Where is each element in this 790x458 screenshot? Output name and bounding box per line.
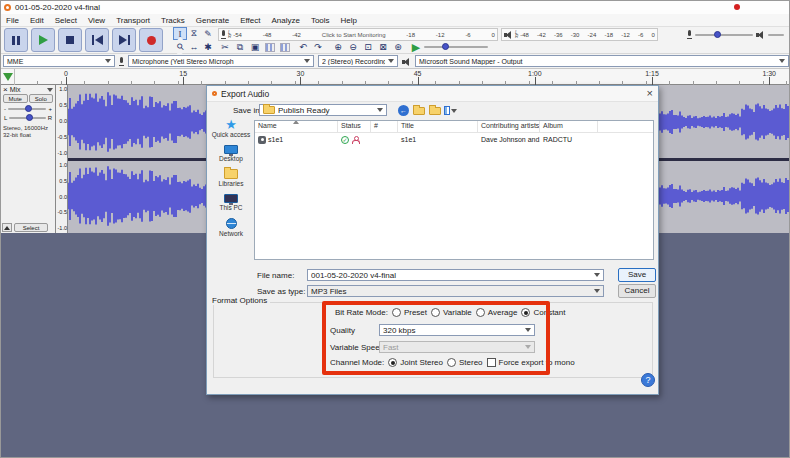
chevron-down-icon — [594, 273, 600, 277]
play-at-speed-button[interactable]: ▶ — [409, 41, 423, 53]
recording-volume-thumb[interactable] — [714, 31, 721, 38]
collapse-track-button[interactable] — [2, 223, 12, 232]
save-in-select[interactable]: Publish Ready — [259, 104, 387, 116]
recording-channels-select[interactable]: 2 (Stereo) Recording Chai — [318, 55, 398, 67]
menu-item-analyze[interactable]: Analyze — [271, 16, 299, 25]
constant-radio[interactable]: Constant — [521, 308, 565, 317]
back-button[interactable]: ← — [397, 104, 410, 117]
quality-select[interactable]: 320 kbps — [379, 324, 535, 336]
track-name[interactable]: Mix — [10, 86, 45, 93]
menu-item-select[interactable]: Select — [55, 16, 77, 25]
column-header-number[interactable]: # — [371, 121, 398, 132]
silence-audio-button[interactable] — [278, 41, 292, 53]
playback-volume-slider[interactable] — [768, 34, 784, 36]
timeline-label: 1:15 — [645, 70, 659, 77]
trim-audio-button[interactable] — [263, 41, 277, 53]
variable-radio[interactable]: Variable — [431, 308, 472, 317]
timeline-ruler[interactable]: 01530451:001:151:30 — [15, 69, 790, 85]
column-header-name[interactable]: Name — [255, 121, 338, 132]
column-header-artists[interactable]: Contributing artists — [478, 121, 540, 132]
cut-button[interactable]: ✂ — [218, 41, 232, 53]
menu-item-tracks[interactable]: Tracks — [161, 16, 185, 25]
menu-item-file[interactable]: File — [6, 16, 19, 25]
help-button[interactable]: ? — [641, 373, 655, 387]
skip-end-icon — [119, 35, 127, 45]
dialog-close-button[interactable]: × — [647, 87, 653, 99]
playback-meter[interactable]: LR -48 -42 -36 -30 -24 -18 -12 -6 0 — [501, 28, 658, 41]
audio-host-select[interactable]: MME — [3, 55, 115, 67]
sidebar-item-network[interactable]: Network — [219, 218, 243, 237]
record-button[interactable] — [139, 28, 163, 52]
fit-project-button[interactable]: ⊠ — [376, 41, 390, 53]
pan-slider-thumb[interactable] — [26, 114, 33, 121]
zoom-toggle-button[interactable]: ⊛ — [391, 41, 405, 53]
paste-button[interactable]: ▣ — [248, 41, 262, 53]
envelope-tool-button[interactable]: ⧖ — [187, 27, 201, 40]
redo-button[interactable]: ↷ — [311, 41, 325, 53]
pan-slider[interactable] — [9, 117, 45, 119]
up-one-level-button[interactable] — [412, 104, 425, 117]
force-mono-checkbox[interactable]: Force export to mono — [487, 358, 575, 367]
speed-slider-thumb[interactable] — [442, 43, 449, 50]
joint-stereo-radio[interactable]: Joint Stereo — [388, 358, 443, 367]
track-close-button[interactable]: × — [3, 87, 8, 93]
column-header-title[interactable]: Title — [398, 121, 478, 132]
zoom-in-button[interactable]: ⊕ — [331, 41, 345, 53]
timeline-pin-box[interactable] — [1, 69, 15, 85]
recording-meter[interactable]: LR -54 -48 -42 Click to Start Monitoring… — [218, 28, 498, 41]
column-header-status[interactable]: Status — [338, 121, 371, 132]
timeline-major-tick — [535, 77, 536, 85]
view-menu-button[interactable] — [444, 104, 457, 117]
stereo-radio[interactable]: Stereo — [447, 358, 483, 367]
menu-item-transport[interactable]: Transport — [116, 16, 150, 25]
multi-tool-button[interactable]: ✱ — [201, 40, 215, 53]
cancel-button[interactable]: Cancel — [618, 284, 656, 298]
rec-meter-tick: -12 — [436, 32, 445, 38]
gain-slider[interactable] — [8, 108, 46, 110]
stop-button[interactable] — [58, 28, 82, 52]
column-header-album[interactable]: Album — [540, 121, 598, 132]
menu-item-view[interactable]: View — [88, 16, 105, 25]
select-track-button[interactable]: Select — [14, 223, 48, 232]
draw-tool-button[interactable]: ✎ — [201, 27, 215, 40]
file-name-label: File name: — [257, 271, 294, 280]
average-radio[interactable]: Average — [476, 308, 518, 317]
menu-item-edit[interactable]: Edit — [30, 16, 44, 25]
file-list-header: Name Status # Title Contributing artists… — [255, 121, 653, 133]
places-sidebar: ★Quick access Desktop Libraries This PC … — [209, 120, 253, 280]
new-folder-button[interactable] — [428, 104, 441, 117]
play-button[interactable] — [31, 28, 55, 52]
recording-volume-slider[interactable] — [695, 34, 753, 36]
save-button[interactable]: Save — [618, 268, 656, 282]
sidebar-item-desktop[interactable]: Desktop — [219, 145, 243, 162]
pause-button[interactable] — [4, 28, 28, 52]
save-as-type-select[interactable]: MP3 Files — [307, 285, 604, 297]
chevron-down-icon — [388, 59, 394, 63]
playback-speed-slider[interactable] — [424, 46, 488, 48]
menu-item-generate[interactable]: Generate — [196, 16, 229, 25]
copy-button[interactable]: ⧉ — [233, 41, 247, 53]
monitoring-text[interactable]: Click to Start Monitoring — [322, 32, 386, 38]
sidebar-item-quick-access[interactable]: ★Quick access — [212, 120, 251, 138]
sidebar-item-libraries[interactable]: Libraries — [219, 169, 244, 187]
file-name-input[interactable]: 001-05-20-2020 v4-final — [307, 269, 604, 281]
menu-item-effect[interactable]: Effect — [240, 16, 260, 25]
recording-device-select[interactable]: Microphone (Yeti Stereo Microph — [128, 55, 314, 67]
playback-volume-icon — [756, 30, 765, 39]
menu-item-tools[interactable]: Tools — [311, 16, 330, 25]
playback-device-select[interactable]: Microsoft Sound Mapper - Output — [415, 55, 789, 67]
sidebar-item-this-pc[interactable]: This PC — [219, 194, 242, 211]
vertical-scale-ruler[interactable]: 1.0 0.5 0.0 -0.5 -1.0 1.0 0.5 0.0 -0.5 -… — [56, 85, 68, 233]
skip-to-end-button[interactable] — [112, 28, 136, 52]
skip-to-start-button[interactable] — [85, 28, 109, 52]
solo-button[interactable]: Solo — [29, 94, 54, 103]
file-row[interactable]: s1e1 ✓ s1e1 Dave Johnson and... RADCTU — [255, 133, 653, 146]
undo-button[interactable]: ↶ — [296, 41, 310, 53]
track-menu-icon[interactable] — [47, 88, 53, 92]
fit-selection-button[interactable]: ⊡ — [361, 41, 375, 53]
preset-radio[interactable]: Preset — [392, 308, 427, 317]
mute-button[interactable]: Mute — [3, 94, 28, 103]
gain-slider-thumb[interactable] — [25, 105, 32, 112]
zoom-out-button[interactable]: ⊖ — [346, 41, 360, 53]
menu-item-help[interactable]: Help — [341, 16, 357, 25]
